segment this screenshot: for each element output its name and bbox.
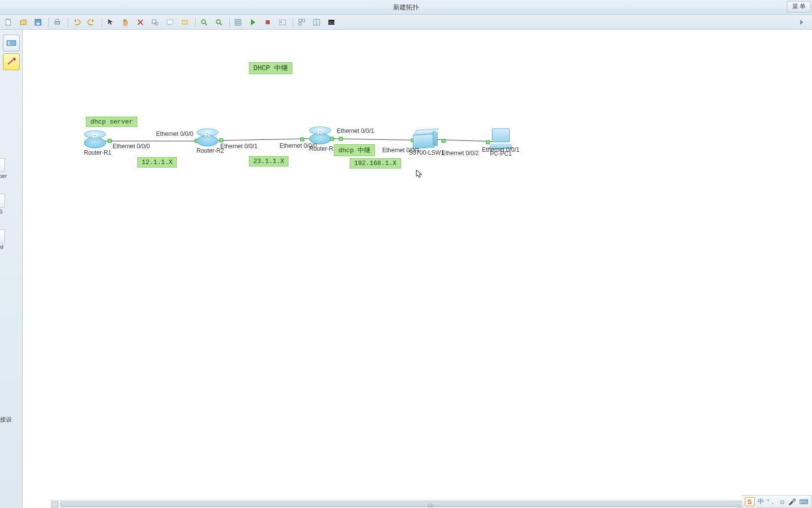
ime-lang[interactable]: 中 — [758, 497, 764, 506]
iface-label-r3-e000: Ethernet 0/0/0 — [280, 142, 317, 149]
palette-devices-button[interactable] — [3, 35, 20, 51]
scroll-left-arrow-icon[interactable] — [51, 502, 58, 508]
svg-text:C:\: C:\ — [329, 21, 334, 24]
svg-rect-13 — [280, 20, 285, 25]
svg-rect-16 — [299, 23, 301, 25]
ime-keyboard-icon[interactable]: ⌨ — [799, 498, 809, 506]
toolbar-separator — [293, 17, 293, 27]
toolbar-separator — [68, 17, 68, 27]
palette-chip-3[interactable]: M — [0, 229, 7, 250]
main-toolbar: C:\ — [0, 15, 812, 30]
stop-icon[interactable] — [261, 16, 274, 28]
shape-icon[interactable] — [149, 16, 162, 28]
window-title: 新建拓扑 — [393, 3, 419, 12]
print-icon[interactable] — [51, 16, 64, 28]
svg-rect-4 — [56, 19, 59, 21]
rect-icon[interactable] — [178, 16, 191, 28]
ime-mic-icon[interactable]: 🎤 — [788, 498, 796, 506]
zoom-in-icon[interactable] — [198, 16, 210, 28]
open-icon[interactable] — [17, 16, 30, 28]
iface-label-r2-e001: Ethernet 0/0/1 — [220, 143, 257, 150]
cmd-icon[interactable]: C:\ — [325, 16, 338, 28]
new-icon[interactable] — [2, 16, 15, 28]
ime-face-icon[interactable]: ☺ — [779, 498, 785, 506]
toolbar-separator — [195, 17, 196, 27]
mouse-cursor-icon — [416, 169, 423, 178]
switch-icon — [413, 128, 437, 149]
dhcp-relay-tag[interactable]: dhcp 中继 — [334, 144, 375, 156]
svg-rect-22 — [8, 43, 10, 44]
svg-rect-15 — [302, 19, 305, 22]
note-icon[interactable] — [163, 16, 176, 28]
palette-edge-items: per S M — [0, 158, 7, 250]
svg-rect-2 — [37, 23, 40, 25]
dhcp-server-tag[interactable]: dhcp server — [86, 117, 137, 127]
save-icon[interactable] — [32, 16, 44, 28]
svg-rect-11 — [235, 19, 241, 25]
device-router-r2[interactable]: R Router-R2 — [197, 128, 224, 154]
topology-title-tag[interactable]: DHCP 中继 — [249, 62, 292, 74]
ime-badge[interactable]: S — [745, 497, 755, 506]
cli-icon[interactable] — [276, 16, 289, 28]
svg-rect-12 — [266, 20, 270, 24]
router-icon: R — [197, 128, 218, 146]
canvas-wrap: DHCP 中继 dhcp server R Router-R1 — [23, 30, 812, 508]
horizontal-scrollbar[interactable] — [50, 500, 812, 508]
toolbar-separator — [48, 17, 49, 27]
iface-label-r1-e000: Ethernet 0/0/0 — [113, 143, 150, 150]
collapse-right-icon[interactable] — [795, 16, 808, 28]
svg-rect-14 — [299, 19, 301, 22]
device-router-r1[interactable]: R Router-R1 — [84, 130, 111, 156]
svg-rect-8 — [182, 20, 187, 24]
iface-label-r3-e001-top: Ethernet 0/0/1 — [337, 127, 374, 134]
svg-rect-7 — [167, 20, 173, 24]
delete-icon[interactable] — [134, 16, 147, 28]
subnet-3-tag[interactable]: 192.168.1.X — [350, 158, 401, 169]
workspace: per S M 接设 DHCP 中继 dhcp server — [0, 30, 812, 508]
svg-rect-0 — [6, 19, 10, 25]
router-icon: R — [309, 127, 331, 144]
arrange-icon[interactable] — [295, 16, 308, 28]
iface-label-pc-e001: Ethernet 0/0/1 — [482, 146, 519, 153]
palette-chip-1[interactable]: per — [0, 158, 7, 179]
menu-button[interactable]: 菜 单 — [787, 1, 811, 12]
toolbar-separator — [102, 17, 102, 27]
device-palette: per S M 接设 — [0, 30, 23, 508]
scrollbar-thumb[interactable] — [60, 502, 802, 507]
ime-status-strip[interactable]: S 中 °， ☺ 🎤 ⌨ — [742, 495, 812, 508]
redo-icon[interactable] — [85, 16, 98, 28]
topology-canvas[interactable]: DHCP 中继 dhcp server R Router-R1 — [23, 30, 812, 499]
svg-rect-21 — [8, 42, 10, 42]
tile-icon[interactable] — [310, 16, 323, 28]
palette-bottom-label: 接设 — [0, 416, 12, 424]
iface-label-r2-e000: Ethernet 0/0/0 — [156, 130, 193, 137]
port-dot — [300, 137, 304, 141]
router-icon: R — [84, 130, 106, 148]
svg-point-10 — [216, 20, 220, 24]
svg-point-9 — [202, 20, 205, 24]
palette-chip-2[interactable]: S — [0, 194, 7, 214]
zoom-out-icon[interactable] — [212, 16, 225, 28]
device-label: Router-R1 — [84, 149, 111, 156]
subnet-2-tag[interactable]: 23.1.1.X — [249, 156, 288, 167]
undo-icon[interactable] — [70, 16, 83, 28]
iface-label-r3-e001: Ethernet 0/0/1 — [382, 147, 419, 154]
subnet-1-tag[interactable]: 12.1.1.X — [137, 157, 177, 168]
play-icon[interactable] — [246, 16, 259, 28]
palette-connect-button[interactable] — [3, 53, 20, 70]
port-dot — [339, 137, 343, 141]
toolbar-separator — [229, 17, 230, 27]
svg-rect-3 — [55, 21, 60, 24]
hand-icon[interactable] — [119, 16, 132, 28]
iface-label-sw-e002: Ethernet 0/0/2 — [442, 150, 479, 157]
ime-punct[interactable]: °， — [767, 497, 776, 506]
grid-icon[interactable] — [232, 16, 244, 28]
link-r2-r3[interactable] — [218, 138, 324, 141]
svg-rect-20 — [7, 41, 16, 45]
title-bar: 新建拓扑 菜 单 — [0, 0, 812, 15]
pointer-icon[interactable] — [104, 16, 117, 28]
